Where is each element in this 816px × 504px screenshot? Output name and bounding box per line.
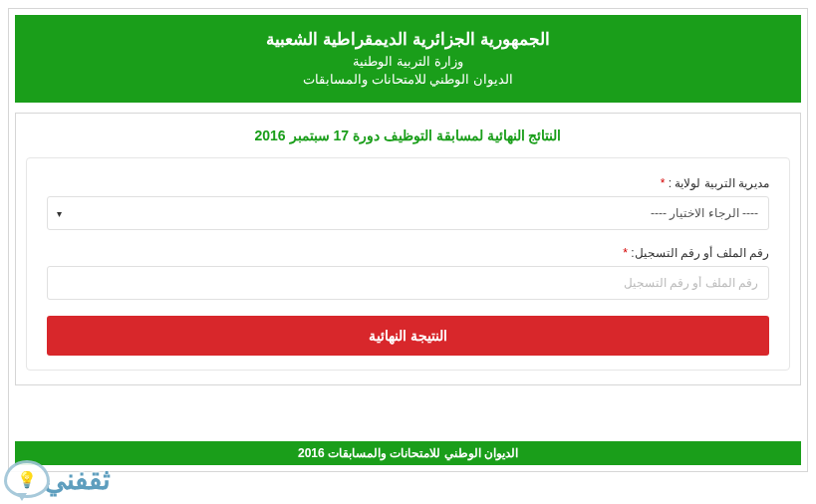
- wilaya-select-wrap: ---- الرجاء الاختيار ----: [47, 196, 769, 230]
- page-title: النتائج النهائية لمسابقة التوظيف دورة 17…: [22, 120, 794, 157]
- form-box: مديرية التربية لولاية : * ---- الرجاء ال…: [26, 157, 790, 371]
- file-label: رقم الملف أو رقم التسجيل: *: [47, 246, 769, 260]
- lightbulb-icon: 💡: [17, 470, 37, 489]
- required-mark: *: [661, 176, 666, 190]
- required-mark: *: [623, 246, 628, 260]
- submit-button[interactable]: النتيجة النهائية: [47, 316, 769, 356]
- header-ministry: وزارة التربية الوطنية: [25, 54, 791, 69]
- file-label-text: رقم الملف أو رقم التسجيل:: [631, 246, 769, 260]
- file-group: رقم الملف أو رقم التسجيل: *: [47, 246, 769, 300]
- wilaya-label-text: مديرية التربية لولاية :: [669, 176, 769, 190]
- watermark-logo: 💡 ثقفني: [4, 460, 111, 498]
- watermark-bubble-icon: 💡: [4, 460, 50, 498]
- file-input[interactable]: [47, 266, 769, 300]
- header-office: الديوان الوطني للامتحانات والمسابقات: [25, 72, 791, 87]
- content-frame: النتائج النهائية لمسابقة التوظيف دورة 17…: [15, 113, 801, 385]
- header-republic: الجمهورية الجزائرية الديمقراطية الشعبية: [25, 29, 791, 50]
- spacer: [15, 385, 801, 435]
- header-banner: الجمهورية الجزائرية الديمقراطية الشعبية …: [15, 15, 801, 103]
- wilaya-group: مديرية التربية لولاية : * ---- الرجاء ال…: [47, 176, 769, 230]
- wilaya-select[interactable]: ---- الرجاء الاختيار ----: [47, 196, 769, 230]
- outer-frame: الجمهورية الجزائرية الديمقراطية الشعبية …: [8, 8, 808, 472]
- watermark-text: ثقفني: [44, 463, 111, 496]
- footer-bar: الديوان الوطني للامتحانات والمسابقات 201…: [15, 441, 801, 465]
- wilaya-label: مديرية التربية لولاية : *: [47, 176, 769, 190]
